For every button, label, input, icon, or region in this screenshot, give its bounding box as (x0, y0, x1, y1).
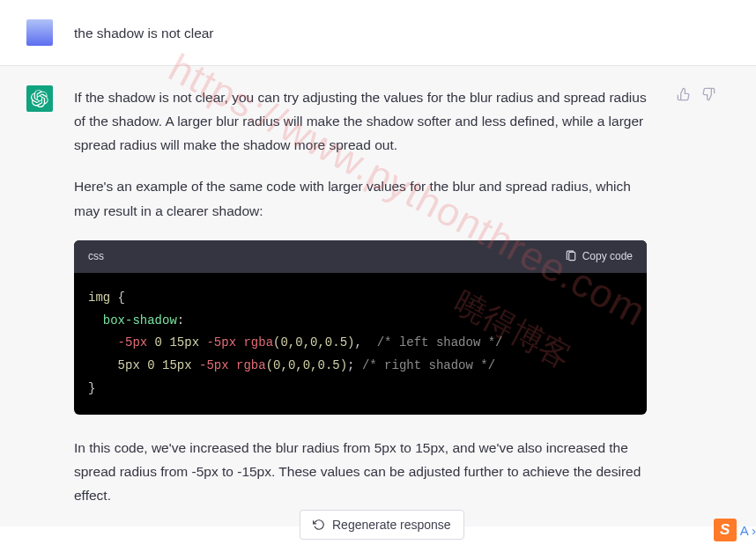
assistant-avatar (26, 85, 53, 112)
ime-sogou-icon[interactable]: S (714, 519, 737, 541)
copy-code-label: Copy code (582, 247, 633, 266)
code-header: css Copy code (74, 240, 647, 273)
thumbs-down-button[interactable] (700, 85, 717, 103)
user-avatar (26, 19, 53, 46)
regenerate-label: Regenerate response (332, 518, 451, 532)
openai-logo-icon (31, 90, 48, 107)
ime-badge: S A › (714, 519, 756, 541)
code-block: css Copy code img { box-shadow: -5px 0 1… (74, 240, 647, 415)
clipboard-icon (565, 250, 577, 262)
code-language-label: css (88, 247, 104, 266)
assistant-message-content: If the shadow is not clear, you can try … (74, 85, 647, 507)
thumbs-up-icon (677, 87, 691, 101)
regenerate-response-button[interactable]: Regenerate response (300, 510, 464, 540)
user-message-row: the shadow is not clear (0, 0, 756, 65)
user-actions (668, 19, 730, 46)
copy-code-button[interactable]: Copy code (565, 247, 633, 266)
code-body[interactable]: img { box-shadow: -5px 0 15px -5px rgba(… (74, 273, 647, 415)
assistant-message-row: If the shadow is not clear, you can try … (0, 65, 756, 526)
user-message-text: the shadow is not clear (74, 19, 647, 46)
svg-rect-0 (568, 252, 574, 260)
ime-mode-label[interactable]: A › (740, 523, 756, 538)
assistant-paragraph-1: If the shadow is not clear, you can try … (74, 85, 647, 157)
thumbs-up-button[interactable] (675, 85, 693, 103)
assistant-paragraph-2: Here's an example of the same code with … (74, 174, 647, 222)
refresh-icon (313, 519, 325, 531)
user-avatar-col (0, 19, 53, 46)
assistant-avatar-col (0, 85, 53, 507)
assistant-paragraph-3: In this code, we've increased the blur r… (74, 436, 647, 507)
assistant-actions (668, 85, 730, 507)
thumbs-down-icon (701, 87, 715, 101)
